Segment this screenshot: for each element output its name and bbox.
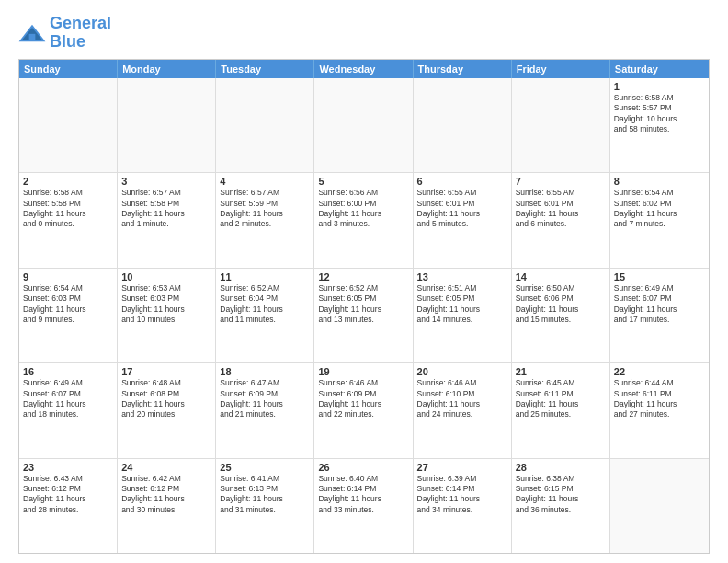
day-info: Sunrise: 6:54 AM Sunset: 6:02 PM Dayligh… [614, 188, 705, 230]
weekday-header-friday: Friday [512, 60, 610, 78]
day-number: 10 [121, 271, 211, 282]
weekday-header-thursday: Thursday [414, 60, 512, 78]
day-info: Sunrise: 6:39 AM Sunset: 6:14 PM Dayligh… [417, 474, 507, 516]
day-cell-1: 1Sunrise: 6:58 AM Sunset: 5:57 PM Daylig… [610, 78, 709, 172]
day-cell-7: 7Sunrise: 6:55 AM Sunset: 6:01 PM Daylig… [512, 173, 610, 267]
calendar-row-0: 1Sunrise: 6:58 AM Sunset: 5:57 PM Daylig… [19, 78, 709, 173]
day-number: 28 [516, 462, 606, 473]
day-number: 2 [23, 176, 113, 187]
weekday-header-sunday: Sunday [19, 60, 118, 78]
day-info: Sunrise: 6:52 AM Sunset: 6:05 PM Dayligh… [318, 283, 408, 326]
logo-icon [18, 23, 46, 43]
day-number: 16 [23, 366, 113, 377]
logo-line2: Blue [50, 33, 111, 52]
day-cell-21: 21Sunrise: 6:45 AM Sunset: 6:11 PM Dayli… [512, 363, 610, 457]
day-number: 26 [318, 462, 408, 473]
day-info: Sunrise: 6:46 AM Sunset: 6:10 PM Dayligh… [417, 378, 507, 420]
day-cell-5: 5Sunrise: 6:56 AM Sunset: 6:00 PM Daylig… [314, 173, 413, 267]
day-cell-3: 3Sunrise: 6:57 AM Sunset: 5:58 PM Daylig… [118, 173, 216, 267]
day-cell-14: 14Sunrise: 6:50 AM Sunset: 6:06 PM Dayli… [512, 269, 610, 362]
calendar-row-1: 2Sunrise: 6:58 AM Sunset: 5:58 PM Daylig… [19, 173, 709, 268]
day-info: Sunrise: 6:47 AM Sunset: 6:09 PM Dayligh… [220, 378, 310, 420]
day-info: Sunrise: 6:49 AM Sunset: 6:07 PM Dayligh… [614, 283, 705, 326]
weekday-header-saturday: Saturday [610, 60, 709, 78]
day-number: 13 [417, 271, 507, 282]
empty-cell-0-2 [216, 78, 314, 172]
empty-cell-0-1 [118, 78, 216, 172]
calendar-header: SundayMondayTuesdayWednesdayThursdayFrid… [19, 60, 709, 78]
header: General Blue [18, 15, 710, 52]
day-cell-23: 23Sunrise: 6:43 AM Sunset: 6:12 PM Dayli… [19, 459, 118, 553]
day-number: 27 [417, 462, 507, 473]
day-info: Sunrise: 6:48 AM Sunset: 6:08 PM Dayligh… [121, 378, 211, 420]
day-info: Sunrise: 6:50 AM Sunset: 6:06 PM Dayligh… [516, 283, 606, 326]
logo-line1: General [50, 15, 111, 33]
day-number: 17 [121, 366, 211, 377]
day-info: Sunrise: 6:55 AM Sunset: 6:01 PM Dayligh… [516, 188, 606, 230]
day-number: 21 [516, 366, 606, 377]
calendar-body: 1Sunrise: 6:58 AM Sunset: 5:57 PM Daylig… [19, 78, 709, 553]
day-number: 3 [121, 176, 211, 187]
logo: General Blue [18, 15, 111, 52]
day-info: Sunrise: 6:45 AM Sunset: 6:11 PM Dayligh… [516, 378, 606, 420]
day-info: Sunrise: 6:58 AM Sunset: 5:57 PM Dayligh… [614, 93, 705, 135]
day-cell-15: 15Sunrise: 6:49 AM Sunset: 6:07 PM Dayli… [610, 269, 709, 362]
calendar: SundayMondayTuesdayWednesdayThursdayFrid… [18, 59, 710, 554]
day-info: Sunrise: 6:52 AM Sunset: 6:04 PM Dayligh… [220, 283, 310, 326]
day-number: 19 [318, 366, 408, 377]
day-info: Sunrise: 6:44 AM Sunset: 6:11 PM Dayligh… [614, 378, 705, 420]
day-cell-20: 20Sunrise: 6:46 AM Sunset: 6:10 PM Dayli… [414, 363, 512, 457]
day-number: 1 [614, 81, 705, 92]
day-info: Sunrise: 6:54 AM Sunset: 6:03 PM Dayligh… [23, 283, 113, 326]
day-number: 24 [121, 462, 211, 473]
day-number: 6 [417, 176, 507, 187]
day-number: 25 [220, 462, 310, 473]
day-number: 23 [23, 462, 113, 473]
weekday-header-wednesday: Wednesday [314, 60, 413, 78]
empty-cell-4-6 [610, 459, 709, 553]
day-number: 9 [23, 271, 113, 282]
day-cell-16: 16Sunrise: 6:49 AM Sunset: 6:07 PM Dayli… [19, 363, 118, 457]
empty-cell-0-4 [414, 78, 512, 172]
day-number: 8 [614, 176, 705, 187]
day-cell-24: 24Sunrise: 6:42 AM Sunset: 6:12 PM Dayli… [118, 459, 216, 553]
weekday-header-tuesday: Tuesday [216, 60, 314, 78]
day-info: Sunrise: 6:49 AM Sunset: 6:07 PM Dayligh… [23, 378, 113, 420]
day-info: Sunrise: 6:40 AM Sunset: 6:14 PM Dayligh… [318, 474, 408, 516]
day-cell-18: 18Sunrise: 6:47 AM Sunset: 6:09 PM Dayli… [216, 363, 314, 457]
day-cell-6: 6Sunrise: 6:55 AM Sunset: 6:01 PM Daylig… [414, 173, 512, 267]
calendar-row-4: 23Sunrise: 6:43 AM Sunset: 6:12 PM Dayli… [19, 459, 709, 553]
day-info: Sunrise: 6:43 AM Sunset: 6:12 PM Dayligh… [23, 474, 113, 516]
day-cell-13: 13Sunrise: 6:51 AM Sunset: 6:05 PM Dayli… [414, 269, 512, 362]
empty-cell-0-5 [512, 78, 610, 172]
day-cell-11: 11Sunrise: 6:52 AM Sunset: 6:04 PM Dayli… [216, 269, 314, 362]
day-cell-22: 22Sunrise: 6:44 AM Sunset: 6:11 PM Dayli… [610, 363, 709, 457]
weekday-header-monday: Monday [118, 60, 216, 78]
day-cell-4: 4Sunrise: 6:57 AM Sunset: 5:59 PM Daylig… [216, 173, 314, 267]
day-number: 22 [614, 366, 705, 377]
day-info: Sunrise: 6:58 AM Sunset: 5:58 PM Dayligh… [23, 188, 113, 230]
svg-rect-2 [29, 34, 36, 40]
empty-cell-0-0 [19, 78, 118, 172]
page: General Blue SundayMondayTuesdayWednesda… [0, 0, 728, 563]
day-info: Sunrise: 6:55 AM Sunset: 6:01 PM Dayligh… [417, 188, 507, 230]
day-number: 7 [516, 176, 606, 187]
day-info: Sunrise: 6:51 AM Sunset: 6:05 PM Dayligh… [417, 283, 507, 326]
day-number: 11 [220, 271, 310, 282]
day-info: Sunrise: 6:53 AM Sunset: 6:03 PM Dayligh… [121, 283, 211, 326]
day-info: Sunrise: 6:42 AM Sunset: 6:12 PM Dayligh… [121, 474, 211, 516]
calendar-row-3: 16Sunrise: 6:49 AM Sunset: 6:07 PM Dayli… [19, 363, 709, 458]
day-info: Sunrise: 6:56 AM Sunset: 6:00 PM Dayligh… [318, 188, 408, 230]
day-number: 20 [417, 366, 507, 377]
day-number: 14 [516, 271, 606, 282]
day-cell-10: 10Sunrise: 6:53 AM Sunset: 6:03 PM Dayli… [118, 269, 216, 362]
day-cell-26: 26Sunrise: 6:40 AM Sunset: 6:14 PM Dayli… [314, 459, 413, 553]
day-number: 18 [220, 366, 310, 377]
day-number: 15 [614, 271, 705, 282]
day-info: Sunrise: 6:38 AM Sunset: 6:15 PM Dayligh… [516, 474, 606, 516]
calendar-row-2: 9Sunrise: 6:54 AM Sunset: 6:03 PM Daylig… [19, 269, 709, 363]
day-cell-19: 19Sunrise: 6:46 AM Sunset: 6:09 PM Dayli… [314, 363, 413, 457]
day-cell-12: 12Sunrise: 6:52 AM Sunset: 6:05 PM Dayli… [314, 269, 413, 362]
day-cell-25: 25Sunrise: 6:41 AM Sunset: 6:13 PM Dayli… [216, 459, 314, 553]
day-info: Sunrise: 6:57 AM Sunset: 5:59 PM Dayligh… [220, 188, 310, 230]
